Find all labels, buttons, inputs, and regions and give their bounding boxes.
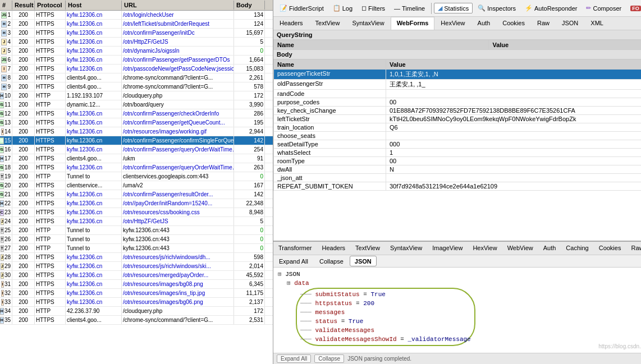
table-row[interactable]: J29 200 HTTPS kyfw.12306.cn /otn/resourc… <box>0 262 273 271</box>
json-leaf-submit[interactable]: ─── submitStatus = True <box>300 290 471 299</box>
table-row[interactable]: JS13 200 HTTPS kyfw.12306.cn /otn/confir… <box>0 118 273 127</box>
json-leaf-status[interactable]: ─── status = True <box>300 317 471 326</box>
body-row[interactable]: randCode <box>274 90 642 98</box>
table-row[interactable]: JS18 200 HTTPS kyfw.12306.cn /otn/confir… <box>0 163 273 172</box>
table-row[interactable]: T26 200 HTTP Tunnel to kyfw.12306.cn:443… <box>0 235 273 244</box>
expand-all-tab[interactable]: Expand All <box>274 256 313 266</box>
bottom-tab-cookies[interactable]: Cookies <box>594 242 626 255</box>
cell-host: kyfw.12306.cn <box>66 280 122 288</box>
fiddlerscript-button[interactable]: 📝 FiddlerScript <box>276 3 328 13</box>
table-row[interactable]: H22 200 HTTPS kyfw.12306.cn /otn//payOrd… <box>0 199 273 208</box>
body-row[interactable]: seatDetailType 000 <box>274 140 642 149</box>
cell-body: 263 <box>234 163 265 172</box>
cell-protocol: HTTPS <box>35 163 66 172</box>
inspector-icon: 🔍 <box>478 4 486 12</box>
body-row[interactable]: roomType 00 <box>274 157 642 165</box>
table-row[interactable]: T25 200 HTTP Tunnel to kyfw.12306.cn:443… <box>0 226 273 235</box>
table-row[interactable]: JS16 200 HTTPS kyfw.12306.cn /otn/confir… <box>0 145 273 154</box>
tab-webforms[interactable]: WebForms <box>391 17 435 30</box>
table-row[interactable]: H8 200 HTTPS clients4.goo... /chrome-syn… <box>0 73 273 82</box>
collapse-tab[interactable]: Collapse <box>314 256 349 266</box>
table-row[interactable]: J5 200 HTTPS kyfw.12306.cn /otn/dynamicJ… <box>0 47 273 56</box>
bottom-tab-caching[interactable]: Caching <box>561 242 593 255</box>
tab-hexview[interactable]: HexView <box>434 17 471 30</box>
body-row[interactable]: train_location Q6 <box>274 123 642 132</box>
bottom-tab-raw[interactable]: Raw <box>626 242 641 255</box>
json-root[interactable]: ⊞ JSON <box>278 270 641 279</box>
table-row[interactable]: JS6 200 HTTPS kyfw.12306.cn /otn/confirm… <box>0 56 273 64</box>
table-row[interactable]: H9 200 HTTPS clients4.goo... /chrome-syn… <box>0 82 273 91</box>
bottom-tab-auth[interactable]: Auth <box>538 242 561 255</box>
bottom-tab-hexview[interactable]: HexView <box>468 242 502 255</box>
data-expand[interactable]: ⊞ <box>287 280 291 287</box>
body-row[interactable]: passengerTicketStr 1,0,1,王柔安,1, ,N <box>274 70 642 80</box>
table-row[interactable]: JS12 200 HTTPS kyfw.12306.cn /otn/confir… <box>0 109 273 118</box>
bottom-tab-textview[interactable]: TextView <box>350 242 385 255</box>
table-row[interactable]: H3 200 HTTPS kyfw.12306.cn /otn/confirmP… <box>0 29 273 38</box>
bottom-tab-webview[interactable]: WebView <box>502 242 538 255</box>
table-row[interactable]: H10 200 HTTP 1.192.193.107 /cloudquery.p… <box>0 91 273 100</box>
json-leaf-messages[interactable]: ─── messages <box>300 308 471 317</box>
table-row[interactable]: JS21 200 HTTPS kyfw.12306.cn /otn/confir… <box>0 190 273 199</box>
table-row[interactable]: T27 200 HTTP Tunnel to kyfw.12306.cn:443… <box>0 244 273 253</box>
body-row[interactable]: choose_seats <box>274 132 642 140</box>
tab-xml[interactable]: XML <box>584 17 610 30</box>
cell-host: kyfw.12306.cn <box>66 253 122 261</box>
bottom-tab-transformer[interactable]: Transformer <box>273 242 317 255</box>
table-row[interactable]: I14 200 HTTPS kyfw.12306.cn /otn/resourc… <box>0 127 273 136</box>
expand-all-button[interactable]: Expand All <box>277 354 311 363</box>
body-row[interactable]: dwAll N <box>274 165 642 174</box>
table-row[interactable]: J4 200 HTTPS kyfw.12306.cn /otn/HttpZF/G… <box>0 38 273 47</box>
table-row[interactable]: I32 200 HTTPS kyfw.12306.cn /otn/resourc… <box>0 289 273 298</box>
composer-button[interactable]: ✏ Composer <box>582 3 625 13</box>
table-row[interactable]: I31 200 HTTPS kyfw.12306.cn /otn/resourc… <box>0 280 273 289</box>
table-row[interactable]: J28 200 HTTPS kyfw.12306.cn /otn/resourc… <box>0 253 273 262</box>
table-row[interactable]: I33 200 HTTPS kyfw.12306.cn /otn/resourc… <box>0 298 273 307</box>
bottom-tab-imageview[interactable]: ImageView <box>427 242 468 255</box>
tab-auth[interactable]: Auth <box>471 17 497 30</box>
body-row[interactable]: key_check_isChange 01E888A72F7093927852F… <box>274 107 642 115</box>
autoresponder-button[interactable]: ⚡ AutoResponder <box>521 3 581 13</box>
table-row[interactable]: JS15 200 HTTPS kyfw.12306.cn /otn/confir… <box>0 136 273 145</box>
filters-button[interactable]: ◻ Filters <box>358 3 389 13</box>
tab-syntaxview[interactable]: SyntaxView <box>346 17 390 30</box>
log-button[interactable]: 📋 Log <box>329 3 356 13</box>
tab-cookies[interactable]: Cookies <box>496 17 531 30</box>
json-leaf-validate[interactable]: ─── validateMessages <box>300 326 471 335</box>
inspectors-button[interactable]: 🔍 Inspectors <box>474 3 520 13</box>
data-node[interactable]: ⊞ data <box>287 279 641 288</box>
bottom-tab-headers[interactable]: Headers <box>317 242 351 255</box>
tab-textview[interactable]: TextView <box>309 17 346 30</box>
table-row[interactable]: H17 200 HTTPS clients4.goo... /ukm 91 <box>0 154 273 163</box>
table-row[interactable]: JS1 200 HTTPS kyfw.12306.cn /otn/login/c… <box>0 11 273 20</box>
json-leaf-httpstatus[interactable]: ─── httpstatus = 200 <box>300 299 471 308</box>
bottom-tab-syntaxview[interactable]: SyntaxView <box>385 242 427 255</box>
json-leaf-validateshow[interactable]: ─── validateMessagesShowId = _validatorM… <box>300 335 471 344</box>
table-row[interactable]: H35 200 HTTPS clients4.goo... /chrome-sy… <box>0 316 273 325</box>
table-row[interactable]: J30 200 HTTPS kyfw.12306.cn /otn/resourc… <box>0 271 273 280</box>
cell-url: /otn/confirmPassenger/confirmSingleForQu… <box>122 136 234 145</box>
root-expand[interactable]: ⊞ <box>278 271 282 278</box>
table-row[interactable]: JS20 200 HTTPS clientservice... /uma/v2 … <box>0 181 273 190</box>
table-row[interactable]: H2 200 HTTPS kyfw.12306.cn /otn/leftTick… <box>0 20 273 29</box>
json-subtab[interactable]: JSON <box>350 256 377 266</box>
body-row[interactable]: _json_att <box>274 174 642 182</box>
body-row[interactable]: REPEAT_SUBMIT_TOKEN 30f7d9248a5312194ce2… <box>274 182 642 191</box>
body-row[interactable]: leftTicketStr kTtH2L0beu6SIMNoCy9oy0LEom… <box>274 115 642 123</box>
body-row[interactable]: oldPassengerStr 王柔安,1, ,1_ <box>274 80 642 90</box>
statistics-button[interactable]: ◢ Statistics <box>434 3 473 13</box>
table-row[interactable]: J24 200 HTTPS kyfw.12306.cn /otn/HttpZF/… <box>0 217 273 226</box>
timeline-button[interactable]: — Timeline <box>390 3 429 13</box>
body-row[interactable]: purpose_codes 00 <box>274 98 642 107</box>
tab-raw[interactable]: Raw <box>531 17 556 30</box>
table-row[interactable]: I7 200 HTTPS kyfw.12306.cn /otn/passcode… <box>0 64 273 73</box>
table-row[interactable]: T19 200 HTTP Tunnel to clientservices.go… <box>0 172 273 181</box>
table-row[interactable]: JS11 200 HTTP dynamic.12... /otn/board/q… <box>0 100 273 109</box>
table-row[interactable]: C23 200 HTTPS kyfw.12306.cn /otn/resourc… <box>0 208 273 217</box>
tab-json[interactable]: JSON <box>556 17 584 30</box>
tab-headers[interactable]: Headers <box>273 17 309 30</box>
collapse-button[interactable]: Collapse <box>314 354 344 363</box>
fiddler-orchestra-button[interactable]: FO Fiddler Orchestra Beta <box>626 0 641 17</box>
table-row[interactable]: H34 200 HTTP 42.236.37.90 /cloudquery.ph… <box>0 307 273 316</box>
body-row[interactable]: whatsSelect 1 <box>274 149 642 157</box>
